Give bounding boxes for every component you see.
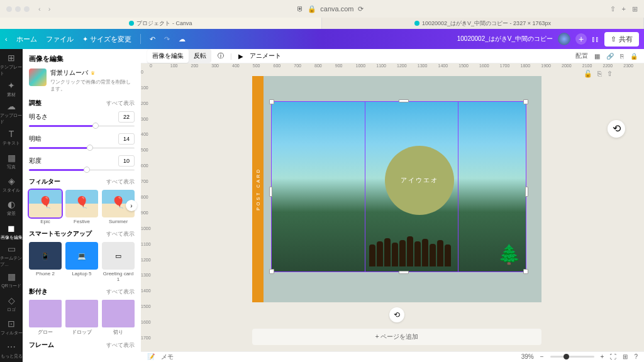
rail-background[interactable]: ◐背景: [0, 197, 23, 219]
share-button[interactable]: ⇧ 共有: [604, 32, 639, 47]
grid-view-icon[interactable]: ⊞: [623, 353, 628, 360]
frame-title: フレーム: [29, 341, 54, 349]
rotate-handle[interactable]: ⟲: [389, 307, 404, 322]
refresh-icon[interactable]: ⟳: [358, 5, 364, 13]
resize-handle[interactable]: [523, 99, 528, 104]
redo-icon[interactable]: ↷: [164, 35, 170, 43]
url-text[interactable]: canva.com: [320, 5, 353, 13]
page-duplicate-icon[interactable]: ⎘: [597, 70, 602, 78]
reset-view-button[interactable]: ⟲: [608, 120, 625, 138]
add-member-button[interactable]: +: [575, 33, 587, 45]
tree-silhouette[interactable]: 🌲: [497, 243, 521, 265]
edit-image-icon: ◼: [6, 223, 16, 233]
lock-icon[interactable]: 🔒: [630, 53, 638, 60]
rail-templates[interactable]: ⊞テンプレート: [0, 53, 23, 77]
scroll-right-icon[interactable]: ›: [126, 200, 137, 211]
resize-handle[interactable]: [399, 271, 409, 274]
filter-festive[interactable]: Festive: [65, 190, 98, 224]
file-menu[interactable]: ファイル: [46, 35, 74, 44]
browser-tab[interactable]: プロジェクト - Canva: [0, 18, 322, 29]
mockup-phone[interactable]: 📱Phone 2: [29, 242, 62, 282]
shadow-drop[interactable]: ドロップ: [65, 300, 98, 336]
document-name[interactable]: 10020002_はがきV_中間のコピー: [457, 35, 553, 43]
shadow-cut[interactable]: 切り: [102, 300, 135, 336]
rail-styles[interactable]: ◈スタイル: [0, 173, 23, 195]
insights-icon[interactable]: ⫿⫿: [592, 35, 599, 43]
home-button[interactable]: ホーム: [16, 35, 37, 44]
animate-button[interactable]: アニメート: [250, 52, 281, 60]
zoom-in-icon[interactable]: +: [601, 353, 604, 360]
back-icon[interactable]: ‹: [38, 5, 41, 13]
help-icon[interactable]: ?: [634, 353, 638, 360]
crown-icon: ♛: [91, 70, 95, 76]
undo-icon[interactable]: ↶: [150, 35, 155, 43]
rail-uploads[interactable]: ☁アップロード: [0, 101, 23, 125]
contrast-slider[interactable]: [29, 147, 135, 149]
circle-shape[interactable]: アイウエオ: [385, 146, 454, 215]
context-toolbar: 画像を編集 反転 ⓘ | ▶ アニメート 配置 ▦ 🔗 ⎘ 🔒: [141, 49, 644, 63]
nav-arrows[interactable]: ‹ ›: [38, 5, 50, 13]
people-silhouette[interactable]: [347, 235, 473, 266]
filter-epic[interactable]: Epic: [29, 190, 62, 224]
frame-show-all[interactable]: すべて表示: [106, 341, 135, 349]
contrast-value[interactable]: 14: [118, 133, 135, 145]
mockup-card[interactable]: ▭Greeting card 1: [102, 242, 135, 282]
resize-handle[interactable]: [399, 99, 409, 102]
transparency-icon[interactable]: ▦: [594, 53, 600, 60]
add-icon[interactable]: +: [622, 5, 626, 13]
window-controls[interactable]: [6, 6, 30, 12]
filter-show-all[interactable]: すべて表示: [106, 178, 135, 186]
footer-bar: 📝 メモ 39% − + ⛶ ⊞ ?: [141, 351, 644, 362]
rail-more[interactable]: ⋯もっと見る: [0, 340, 23, 362]
shadow-show-all[interactable]: すべて表示: [106, 288, 135, 296]
resize-menu[interactable]: ✦サイズを変更: [82, 35, 131, 44]
share-icon[interactable]: ⇧: [610, 5, 616, 13]
rail-edit-image[interactable]: ◼画像を編集: [0, 221, 23, 243]
saturation-slider[interactable]: [29, 169, 135, 171]
rail-photos[interactable]: ▦写真: [0, 150, 23, 172]
postcard-sidebar[interactable]: POST CARD: [252, 76, 264, 302]
adjust-show-all[interactable]: すべて表示: [106, 99, 135, 107]
add-page-button[interactable]: + ページを追加: [252, 329, 541, 345]
saturation-value[interactable]: 10: [118, 155, 135, 167]
design-page[interactable]: POST CARD アイウエオ 🌲: [252, 76, 541, 302]
zoom-slider[interactable]: [550, 356, 594, 358]
mockup-show-all[interactable]: すべて表示: [106, 230, 135, 238]
brightness-slider[interactable]: [29, 125, 135, 127]
rail-filter[interactable]: ⊡フィルター: [0, 316, 23, 338]
qr-icon: ▦: [6, 272, 16, 282]
zoom-out-icon[interactable]: −: [540, 353, 544, 360]
tabs-icon[interactable]: ⊞: [632, 5, 638, 13]
rail-text[interactable]: Tテキスト: [0, 126, 23, 148]
page-delete-icon[interactable]: ⇧: [607, 70, 613, 78]
flip-tab[interactable]: 反転: [189, 49, 211, 63]
resize-handle[interactable]: [269, 99, 274, 104]
edit-image-tab[interactable]: 画像を編集: [147, 49, 189, 63]
resize-handle[interactable]: [525, 187, 528, 197]
info-icon[interactable]: ⓘ: [218, 52, 224, 60]
zoom-level[interactable]: 39%: [521, 353, 534, 360]
browser-tab[interactable]: 10020002_はがきV_中間のコピー - 2327 × 1763px: [322, 18, 644, 29]
cloud-sync-icon[interactable]: ☁: [179, 35, 186, 43]
rail-logo[interactable]: ◇ロゴ: [0, 293, 23, 315]
link-icon[interactable]: 🔗: [606, 53, 614, 60]
page-lock-icon[interactable]: 🔓: [584, 70, 592, 78]
bg-remover-card[interactable]: 背景リムーバ♛ ワンクリックで画像の背景を削除します。: [29, 69, 135, 92]
selected-image[interactable]: アイウエオ 🌲: [271, 101, 526, 272]
mockup-laptop[interactable]: 💻Laptop 5: [65, 242, 98, 282]
brightness-value[interactable]: 22: [118, 111, 135, 123]
notes-button[interactable]: メモ: [161, 353, 174, 361]
rail-elements[interactable]: ✦素材: [0, 78, 23, 100]
rail-qrcode[interactable]: ▦QRコード: [0, 269, 23, 291]
avatar[interactable]: [558, 33, 570, 45]
resize-handle[interactable]: [269, 269, 274, 274]
back-chevron-icon[interactable]: ‹: [5, 35, 8, 43]
position-button[interactable]: 配置: [575, 52, 588, 60]
duplicate-icon[interactable]: ⎘: [620, 53, 624, 60]
resize-handle[interactable]: [269, 187, 272, 197]
resize-handle[interactable]: [523, 269, 528, 274]
rail-team[interactable]: ▭チームテンプ…: [0, 244, 23, 268]
shadow-glow[interactable]: グロー: [29, 300, 62, 336]
fullscreen-icon[interactable]: ⛶: [610, 353, 616, 360]
forward-icon[interactable]: ›: [48, 5, 51, 13]
